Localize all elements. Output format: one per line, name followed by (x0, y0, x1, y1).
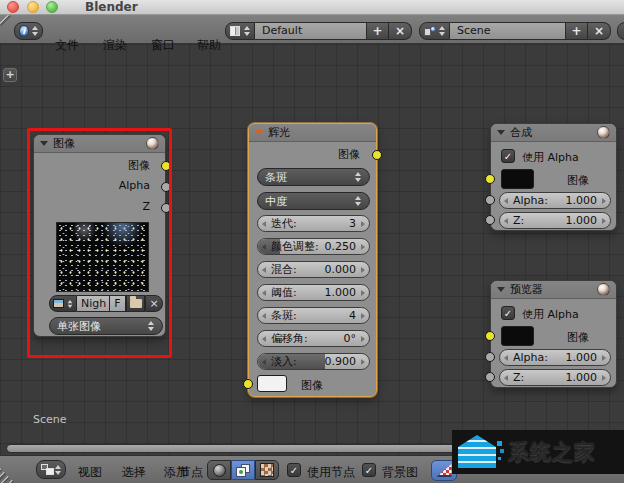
collapse-triangle-icon[interactable] (497, 130, 505, 135)
socket-z-input[interactable] (485, 372, 495, 382)
scene-name-field[interactable]: Scene (450, 22, 566, 40)
screen-layout-name-field[interactable]: Default (255, 22, 367, 40)
add-scene-button[interactable]: + (566, 22, 588, 40)
alpha-slider[interactable]: Alpha: 1.000 (499, 349, 611, 366)
fake-user-button[interactable]: F (110, 295, 126, 312)
add-layout-button[interactable]: + (367, 22, 389, 40)
texture-checker-icon (260, 463, 274, 477)
node-viewer-header[interactable]: 预览器 (491, 281, 616, 299)
image-name-field[interactable]: Nigh (77, 295, 110, 312)
node-glare[interactable]: 辉光 图像 条斑 中度 迭代: 3 颜色调整: 0.250 混合 (248, 123, 377, 397)
slider-label: Alpha: (513, 194, 548, 207)
slider-value: 1.000 (325, 286, 357, 299)
collapse-triangle-icon[interactable] (255, 130, 263, 135)
node-glare-header[interactable]: 辉光 (249, 124, 376, 142)
dropdown-arrows-icon (32, 26, 38, 36)
node-viewer[interactable]: 预览器 使用 Alpha 图像 Alpha: 1.000 Z: 1.000 (490, 280, 617, 388)
node-editor-canvas[interactable]: + 图像 图像 Alpha Z Nigh F (0, 44, 624, 455)
region-corner-grip[interactable] (0, 468, 15, 483)
backdrop-checkbox[interactable] (362, 463, 376, 477)
slider-label: 淡入: (271, 354, 297, 369)
streaks-slider[interactable]: 条斑: 4 (257, 307, 370, 324)
compositing-nodes-button[interactable] (231, 460, 255, 480)
menu-select[interactable]: 选择 (122, 464, 146, 481)
unlink-image-button[interactable]: × (145, 295, 163, 312)
socket-z-output[interactable] (161, 203, 171, 213)
image-source-dropdown[interactable]: 单张图像 (49, 317, 163, 335)
scene-dropdown[interactable] (419, 22, 450, 40)
socket-alpha-output[interactable] (161, 182, 171, 192)
slider-label: Alpha: (513, 351, 548, 364)
material-sphere-icon (146, 137, 159, 150)
node-image-header[interactable]: 图像 (34, 135, 165, 153)
input-label-image: 图像 (567, 330, 589, 345)
editor-type-dropdown[interactable] (36, 460, 66, 479)
slider-label: 混合: (271, 262, 297, 277)
collapse-triangle-icon[interactable] (497, 287, 505, 292)
image-stack-icon (236, 464, 251, 477)
threshold-slider[interactable]: 阈值: 1.000 (257, 284, 370, 301)
menu-window[interactable]: 窗口 (151, 37, 175, 54)
dropdown-arrows-icon (438, 26, 445, 36)
socket-image-input[interactable] (485, 174, 495, 184)
open-image-button[interactable] (126, 295, 145, 312)
node-editor-icon (41, 464, 52, 475)
minimize-window-button[interactable] (27, 1, 39, 13)
socket-image-input[interactable] (243, 379, 253, 389)
input-image-color-swatch[interactable] (501, 169, 534, 189)
mix-slider[interactable]: 混合: 0.000 (257, 261, 370, 278)
image-preview-thumbnail (56, 222, 149, 292)
menu-node[interactable]: 节点 (179, 464, 203, 481)
input-image-color-swatch[interactable] (501, 326, 534, 346)
menu-render[interactable]: 渲染 (103, 37, 127, 54)
shader-nodes-button[interactable] (207, 460, 231, 480)
delete-layout-button[interactable]: × (389, 22, 412, 40)
zoom-window-button[interactable] (46, 1, 58, 13)
socket-z-input[interactable] (485, 215, 495, 225)
close-window-button[interactable] (7, 1, 19, 13)
socket-image-input[interactable] (485, 331, 495, 341)
slider-value: 1.000 (566, 214, 598, 227)
slider-label: Z: (513, 371, 524, 384)
menu-view[interactable]: 视图 (78, 464, 102, 481)
socket-image-output[interactable] (161, 161, 171, 171)
slider-value: 4 (349, 309, 356, 322)
editor-type-dropdown[interactable]: i (14, 22, 43, 40)
slider-value: 1.000 (566, 194, 598, 207)
z-slider[interactable]: Z: 1.000 (499, 212, 611, 229)
render-engine-dropdown-partial[interactable] (617, 22, 624, 40)
socket-alpha-input[interactable] (485, 352, 495, 362)
iterations-slider[interactable]: 迭代: 3 (257, 215, 370, 232)
backdrop-label: 背景图 (382, 464, 418, 481)
slider-label: 颜色调整: (271, 239, 319, 254)
use-nodes-checkbox[interactable] (287, 463, 301, 477)
angle-offset-slider[interactable]: 偏移角: 0° (257, 330, 370, 347)
watermark-house-logo-icon (458, 435, 504, 469)
socket-image-output[interactable] (372, 150, 382, 160)
glare-quality-dropdown[interactable]: 中度 (257, 192, 370, 210)
z-slider[interactable]: Z: 1.000 (499, 369, 611, 386)
socket-alpha-input[interactable] (485, 195, 495, 205)
menu-help[interactable]: 帮助 (197, 37, 221, 54)
fade-slider[interactable]: 淡入: 0.900 (257, 353, 370, 370)
glare-type-dropdown[interactable]: 条斑 (257, 168, 370, 186)
color-modulation-slider[interactable]: 颜色调整: 0.250 (257, 238, 370, 255)
expand-region-button[interactable]: + (3, 68, 17, 82)
node-image[interactable]: 图像 图像 Alpha Z Nigh F × 单张图像 (33, 134, 166, 337)
screen-layout-dropdown[interactable] (225, 22, 255, 40)
node-composite-header[interactable]: 合成 (491, 124, 616, 142)
texture-nodes-button[interactable] (255, 460, 279, 480)
collapse-triangle-icon[interactable] (40, 141, 48, 146)
region-corner-grip[interactable] (0, 15, 15, 30)
delete-scene-button[interactable]: × (588, 22, 611, 40)
slider-label: 偏移角: (271, 331, 308, 346)
node-title: 合成 (510, 125, 532, 140)
image-datablock-browse-button[interactable] (49, 295, 77, 312)
menu-file[interactable]: 文件 (55, 37, 79, 54)
node-composite[interactable]: 合成 使用 Alpha 图像 Alpha: 1.000 Z: 1.000 (490, 123, 617, 231)
use-alpha-checkbox[interactable] (501, 149, 515, 163)
input-image-color-swatch[interactable] (257, 375, 287, 392)
slider-value: 1.000 (566, 351, 598, 364)
use-alpha-checkbox[interactable] (501, 306, 515, 320)
alpha-slider[interactable]: Alpha: 1.000 (499, 192, 611, 209)
